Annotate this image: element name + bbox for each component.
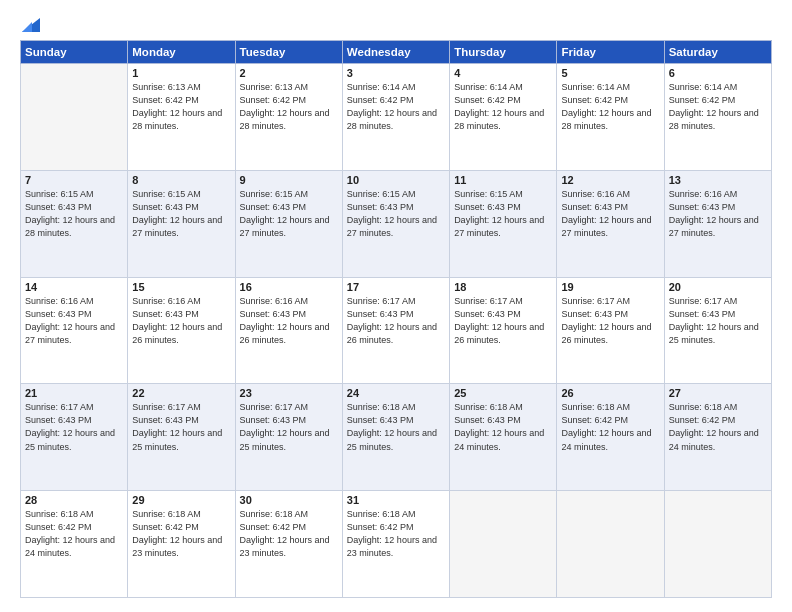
day-info: Sunrise: 6:16 AMSunset: 6:43 PMDaylight:… [240, 295, 338, 347]
day-info: Sunrise: 6:18 AMSunset: 6:42 PMDaylight:… [25, 508, 123, 560]
day-number: 15 [132, 281, 230, 293]
daylight-text: Daylight: 12 hours and 24 minutes. [561, 428, 651, 451]
sunrise-text: Sunrise: 6:17 AM [454, 296, 523, 306]
sunset-text: Sunset: 6:43 PM [347, 202, 414, 212]
calendar-day-cell: 14Sunrise: 6:16 AMSunset: 6:43 PMDayligh… [21, 277, 128, 384]
daylight-text: Daylight: 12 hours and 28 minutes. [669, 108, 759, 131]
daylight-text: Daylight: 12 hours and 27 minutes. [25, 322, 115, 345]
dow-header: Friday [557, 41, 664, 64]
sunset-text: Sunset: 6:43 PM [669, 309, 736, 319]
sunrise-text: Sunrise: 6:16 AM [561, 189, 630, 199]
daylight-text: Daylight: 12 hours and 28 minutes. [347, 108, 437, 131]
page: SundayMondayTuesdayWednesdayThursdayFrid… [0, 0, 792, 612]
calendar-day-cell [557, 491, 664, 598]
day-number: 20 [669, 281, 767, 293]
sunrise-text: Sunrise: 6:16 AM [240, 296, 309, 306]
sunrise-text: Sunrise: 6:16 AM [25, 296, 94, 306]
day-number: 28 [25, 494, 123, 506]
logo [20, 18, 40, 32]
daylight-text: Daylight: 12 hours and 26 minutes. [347, 322, 437, 345]
day-info: Sunrise: 6:14 AMSunset: 6:42 PMDaylight:… [454, 81, 552, 133]
daylight-text: Daylight: 12 hours and 26 minutes. [240, 322, 330, 345]
day-info: Sunrise: 6:18 AMSunset: 6:42 PMDaylight:… [347, 508, 445, 560]
day-info: Sunrise: 6:16 AMSunset: 6:43 PMDaylight:… [25, 295, 123, 347]
day-number: 19 [561, 281, 659, 293]
calendar-day-cell: 27Sunrise: 6:18 AMSunset: 6:42 PMDayligh… [664, 384, 771, 491]
calendar-day-cell: 28Sunrise: 6:18 AMSunset: 6:42 PMDayligh… [21, 491, 128, 598]
calendar-day-cell: 2Sunrise: 6:13 AMSunset: 6:42 PMDaylight… [235, 64, 342, 171]
sunrise-text: Sunrise: 6:15 AM [240, 189, 309, 199]
day-number: 27 [669, 387, 767, 399]
daylight-text: Daylight: 12 hours and 27 minutes. [669, 215, 759, 238]
calendar-table: SundayMondayTuesdayWednesdayThursdayFrid… [20, 40, 772, 598]
sunset-text: Sunset: 6:43 PM [240, 415, 307, 425]
sunrise-text: Sunrise: 6:13 AM [132, 82, 201, 92]
sunset-text: Sunset: 6:43 PM [240, 309, 307, 319]
day-number: 3 [347, 67, 445, 79]
calendar-day-cell: 3Sunrise: 6:14 AMSunset: 6:42 PMDaylight… [342, 64, 449, 171]
sunrise-text: Sunrise: 6:17 AM [669, 296, 738, 306]
calendar-day-cell: 16Sunrise: 6:16 AMSunset: 6:43 PMDayligh… [235, 277, 342, 384]
day-info: Sunrise: 6:15 AMSunset: 6:43 PMDaylight:… [347, 188, 445, 240]
calendar-day-cell: 8Sunrise: 6:15 AMSunset: 6:43 PMDaylight… [128, 170, 235, 277]
sunset-text: Sunset: 6:43 PM [132, 202, 199, 212]
daylight-text: Daylight: 12 hours and 27 minutes. [132, 215, 222, 238]
day-info: Sunrise: 6:17 AMSunset: 6:43 PMDaylight:… [25, 401, 123, 453]
sunset-text: Sunset: 6:43 PM [561, 309, 628, 319]
sunrise-text: Sunrise: 6:18 AM [347, 509, 416, 519]
calendar-day-cell [450, 491, 557, 598]
calendar-day-cell: 12Sunrise: 6:16 AMSunset: 6:43 PMDayligh… [557, 170, 664, 277]
calendar-day-cell: 4Sunrise: 6:14 AMSunset: 6:42 PMDaylight… [450, 64, 557, 171]
daylight-text: Daylight: 12 hours and 28 minutes. [561, 108, 651, 131]
sunset-text: Sunset: 6:42 PM [132, 95, 199, 105]
dow-header: Wednesday [342, 41, 449, 64]
dow-header: Monday [128, 41, 235, 64]
calendar-day-cell: 7Sunrise: 6:15 AMSunset: 6:43 PMDaylight… [21, 170, 128, 277]
calendar-day-cell: 20Sunrise: 6:17 AMSunset: 6:43 PMDayligh… [664, 277, 771, 384]
daylight-text: Daylight: 12 hours and 23 minutes. [347, 535, 437, 558]
logo-icon [22, 18, 40, 32]
day-number: 4 [454, 67, 552, 79]
day-info: Sunrise: 6:14 AMSunset: 6:42 PMDaylight:… [347, 81, 445, 133]
calendar-day-cell: 10Sunrise: 6:15 AMSunset: 6:43 PMDayligh… [342, 170, 449, 277]
sunset-text: Sunset: 6:42 PM [25, 522, 92, 532]
daylight-text: Daylight: 12 hours and 27 minutes. [240, 215, 330, 238]
daylight-text: Daylight: 12 hours and 24 minutes. [669, 428, 759, 451]
calendar-day-cell: 5Sunrise: 6:14 AMSunset: 6:42 PMDaylight… [557, 64, 664, 171]
sunrise-text: Sunrise: 6:13 AM [240, 82, 309, 92]
day-number: 13 [669, 174, 767, 186]
calendar-day-cell: 24Sunrise: 6:18 AMSunset: 6:43 PMDayligh… [342, 384, 449, 491]
calendar-week-row: 1Sunrise: 6:13 AMSunset: 6:42 PMDaylight… [21, 64, 772, 171]
daylight-text: Daylight: 12 hours and 26 minutes. [132, 322, 222, 345]
day-number: 14 [25, 281, 123, 293]
sunrise-text: Sunrise: 6:18 AM [561, 402, 630, 412]
calendar-day-cell: 13Sunrise: 6:16 AMSunset: 6:43 PMDayligh… [664, 170, 771, 277]
calendar-day-cell: 1Sunrise: 6:13 AMSunset: 6:42 PMDaylight… [128, 64, 235, 171]
sunset-text: Sunset: 6:42 PM [347, 95, 414, 105]
sunrise-text: Sunrise: 6:15 AM [454, 189, 523, 199]
day-info: Sunrise: 6:15 AMSunset: 6:43 PMDaylight:… [454, 188, 552, 240]
calendar-day-cell: 6Sunrise: 6:14 AMSunset: 6:42 PMDaylight… [664, 64, 771, 171]
calendar-day-cell: 29Sunrise: 6:18 AMSunset: 6:42 PMDayligh… [128, 491, 235, 598]
day-info: Sunrise: 6:18 AMSunset: 6:43 PMDaylight:… [347, 401, 445, 453]
day-number: 11 [454, 174, 552, 186]
calendar-week-row: 7Sunrise: 6:15 AMSunset: 6:43 PMDaylight… [21, 170, 772, 277]
day-number: 18 [454, 281, 552, 293]
day-info: Sunrise: 6:18 AMSunset: 6:42 PMDaylight:… [132, 508, 230, 560]
daylight-text: Daylight: 12 hours and 26 minutes. [454, 322, 544, 345]
sunrise-text: Sunrise: 6:18 AM [669, 402, 738, 412]
calendar-day-cell: 19Sunrise: 6:17 AMSunset: 6:43 PMDayligh… [557, 277, 664, 384]
day-number: 29 [132, 494, 230, 506]
day-info: Sunrise: 6:18 AMSunset: 6:43 PMDaylight:… [454, 401, 552, 453]
sunrise-text: Sunrise: 6:18 AM [454, 402, 523, 412]
sunset-text: Sunset: 6:42 PM [240, 95, 307, 105]
sunrise-text: Sunrise: 6:14 AM [454, 82, 523, 92]
sunrise-text: Sunrise: 6:18 AM [132, 509, 201, 519]
day-number: 16 [240, 281, 338, 293]
sunset-text: Sunset: 6:43 PM [25, 415, 92, 425]
daylight-text: Daylight: 12 hours and 24 minutes. [25, 535, 115, 558]
sunset-text: Sunset: 6:43 PM [25, 309, 92, 319]
daylight-text: Daylight: 12 hours and 26 minutes. [561, 322, 651, 345]
sunrise-text: Sunrise: 6:18 AM [240, 509, 309, 519]
day-info: Sunrise: 6:17 AMSunset: 6:43 PMDaylight:… [561, 295, 659, 347]
